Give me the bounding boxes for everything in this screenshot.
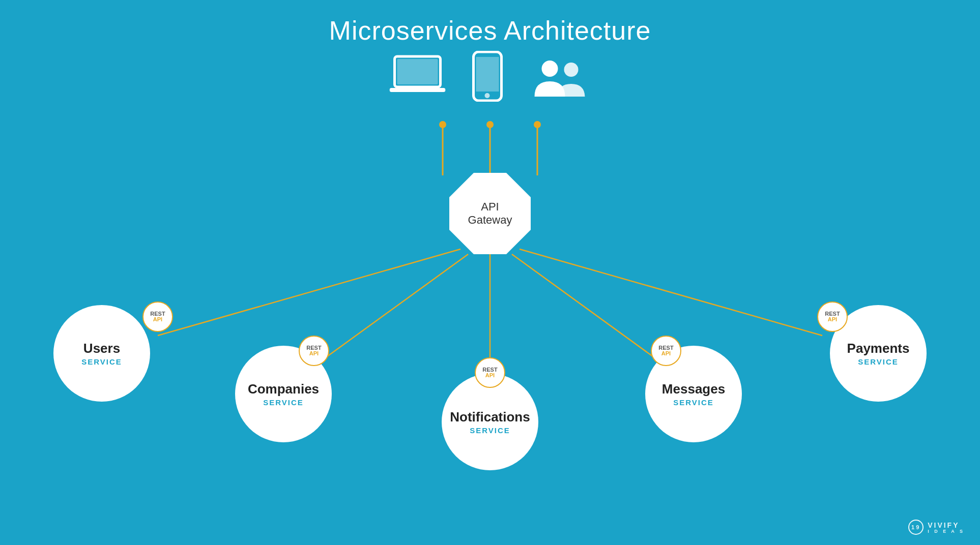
page-title: Microservices Architecture [0, 0, 980, 46]
people-icon [530, 58, 591, 104]
svg-line-6 [158, 249, 460, 336]
svg-point-17 [485, 93, 490, 98]
rest-badge-notifications: REST API [475, 357, 505, 388]
gateway-line2: Gateway [468, 214, 512, 227]
svg-line-7 [314, 254, 468, 366]
svg-point-1 [439, 121, 446, 128]
rest-badge-messages: REST API [651, 336, 681, 366]
svg-point-3 [486, 121, 494, 128]
svg-line-9 [512, 254, 666, 366]
svg-line-10 [520, 249, 822, 336]
vivify-text: VIVIFY I D E A S [928, 521, 965, 534]
gateway-line1: API [468, 200, 512, 214]
svg-rect-12 [397, 59, 438, 84]
rest-badge-companies: REST API [299, 336, 329, 366]
laptop-icon [390, 54, 446, 104]
api-gateway: API Gateway [449, 173, 531, 254]
users-service: Users SERVICE [53, 305, 150, 402]
svg-rect-14 [409, 87, 426, 89]
rest-badge-payments: REST API [817, 301, 848, 332]
svg-rect-16 [476, 57, 499, 92]
notifications-service: Notifications SERVICE [442, 374, 538, 470]
svg-point-5 [534, 121, 541, 128]
svg-point-18 [542, 60, 558, 77]
mobile-icon [471, 51, 504, 104]
vivify-logo-icon: 19 [908, 520, 924, 535]
rest-badge-users: REST API [142, 301, 173, 332]
svg-point-19 [564, 63, 579, 77]
vivify-logo: 19 VIVIFY I D E A S [908, 520, 965, 535]
